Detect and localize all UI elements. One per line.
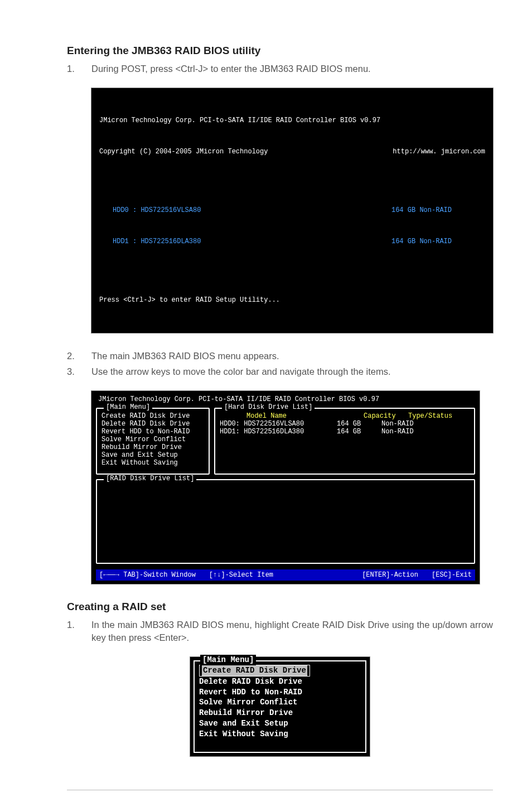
hdd0-label: HDD0 : HDS722516VLSA80 [99,205,391,216]
menu-item[interactable]: Create RAID Disk Drive [101,412,204,420]
step-1-1: 1. During POST, press <Ctrl-J> to enter … [67,62,493,75]
cell-model: HDD0: HDS722516VLSA80 [220,420,337,428]
highlighted-row-frame: Create RAID Disk Drive [199,665,310,677]
table-row: HDD1: HDS722516DLA380 164 GB Non-RAID [220,428,470,436]
cell-type: Non-RAID [381,420,443,428]
hdd1-status: 164 GB Non-RAID [391,236,485,247]
menu-item[interactable]: Exit Without Saving [199,729,361,740]
main-menu-legend: [Main Menu] [200,655,256,665]
table-row: HDD0: HDS722516VLSA80 164 GB Non-RAID [220,420,470,428]
menu-item[interactable]: Delete RAID Disk Drive [199,677,361,687]
menu-item[interactable]: Exit Without Saving [101,459,204,467]
footer-divider [67,790,493,790]
hint-enter: [ENTER]-Action [362,571,418,579]
page: Entering the JMB363 RAID BIOS utility 1.… [0,0,532,802]
url-text: http://www. jmicron.com [393,147,485,157]
col-header-capacity: Capacity [364,412,408,420]
step-text: Use the arrow keys to move the color bar… [91,365,391,378]
raid-drive-list-box: [RAID Disk Drive List] [96,479,475,564]
menu-item[interactable]: Solve Mirror Conflict [199,697,361,708]
hdd-list-box: [Hard Disk Drive List] Model Name Capaci… [214,408,475,475]
hdd1-label: HDD1 : HDS722516DLA380 [99,236,391,247]
menu-item[interactable]: Save and Exit Setup [199,718,361,729]
bios-post-screen: JMicron Technology Corp. PCI-to-SATA II/… [91,88,493,332]
cell-type: Non-RAID [381,428,443,436]
hint-esc: [ESC]-Exit [432,571,472,579]
menu-item[interactable]: Revert HDD to Non-RAID [199,687,361,698]
step-text: The main JMB363 RAID BIOS menu appears. [91,350,279,362]
step-text: During POST, press <Ctrl-J> to enter the… [91,62,371,75]
cell-capacity: 164 GB [337,428,381,436]
step-number: 1. [67,619,77,644]
copyright-text: Copyright (C) 2004-2005 JMicron Technolo… [99,147,393,157]
bios-title-line: JMicron Technology Corp. PCI-to-SATA II/… [99,115,485,126]
hint-tab: [←──→ TAB]-Switch Window [99,571,196,579]
step-number: 3. [67,365,77,378]
hdd-list-legend: [Hard Disk Drive List] [222,403,315,411]
step-text: In the main JMB363 RAID BIOS menu, highl… [91,619,493,644]
step-1-2: 2. The main JMB363 RAID BIOS menu appear… [67,350,493,362]
menu-item[interactable]: Rebuild Mirror Drive [199,708,361,718]
raid-list-legend: [RAID Disk Drive List] [104,475,196,482]
heading-entering-bios: Entering the JMB363 RAID BIOS utility [67,45,493,57]
col-header-type: Type/Status [408,412,470,420]
menu-item[interactable]: Save and Exit Setup [101,451,204,459]
menu-item[interactable]: Solve Mirror Conflict [101,436,204,443]
bios-footer-hints: [←──→ TAB]-Switch Window [↑↓]-Select Ite… [96,569,475,581]
hdd0-status: 164 GB Non-RAID [391,205,485,216]
step-number: 2. [67,350,77,362]
main-menu-box: [Main Menu] Create RAID Disk Drive Delet… [96,408,210,475]
cell-capacity: 164 GB [337,420,381,428]
col-header-model: Model Name [220,412,364,420]
press-ctrl-j: Press <Ctrl-J> to enter RAID Setup Utili… [99,295,485,306]
main-menu-legend: [Main Menu] [104,403,152,411]
hint-select: [↑↓]-Select Item [209,571,273,579]
step-number: 1. [67,62,77,75]
main-menu-zoom: [Main Menu] Create RAID Disk Drive Delet… [190,657,370,756]
hdd-table-header: Model Name Capacity Type/Status [220,412,470,420]
menu-item[interactable]: Rebuild Mirror Drive [101,443,204,451]
menu-item[interactable]: Revert HDD to Non-RAID [101,428,204,436]
bios-main-menu-screen: JMicron Technology Corp. PCI-to-SATA II/… [91,391,480,584]
step-2-1: 1. In the main JMB363 RAID BIOS menu, hi… [67,619,493,644]
heading-creating-raid: Creating a RAID set [67,601,493,613]
menu-item-highlighted[interactable]: Create RAID Disk Drive [202,665,307,676]
menu-item[interactable]: Delete RAID Disk Drive [101,420,204,428]
step-1-3: 3. Use the arrow keys to move the color … [67,365,493,378]
cell-model: HDD1: HDS722516DLA380 [220,428,337,436]
